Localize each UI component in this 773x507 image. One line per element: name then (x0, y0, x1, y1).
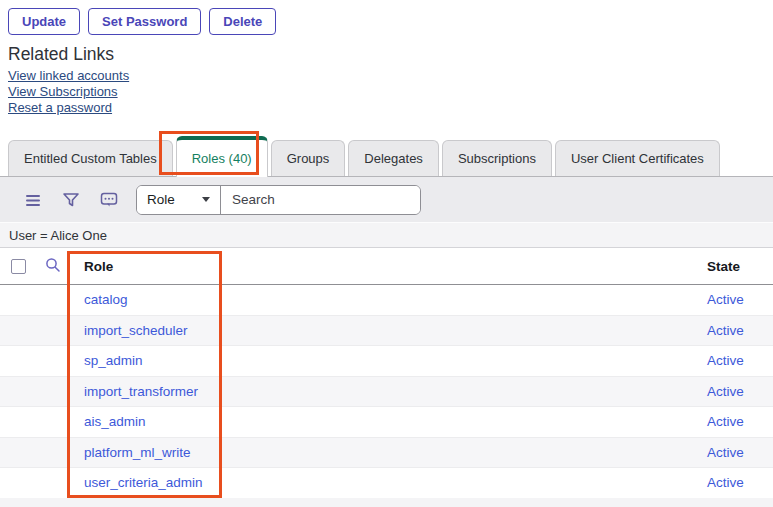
tab-groups[interactable]: Groups (271, 140, 346, 176)
select-all-checkbox[interactable] (11, 259, 26, 274)
table-row: platform_ml_write Active (0, 438, 773, 469)
column-header-role[interactable]: Role (70, 259, 707, 274)
list-toolbar: Role (0, 177, 773, 223)
state-link[interactable]: Active (707, 292, 744, 307)
comments-icon (100, 192, 118, 208)
table-row: user_criteria_admin Active (0, 468, 773, 499)
tab-entitled-custom-tables[interactable]: Entitled Custom Tables (8, 140, 173, 176)
user-record-related-lists-screen: Update Set Password Delete Related Links… (0, 0, 773, 507)
role-link[interactable]: catalog (84, 292, 128, 307)
table-row: import_scheduler Active (0, 316, 773, 347)
filter-button[interactable] (52, 184, 90, 216)
table-header-row: Role State (0, 249, 773, 285)
role-link[interactable]: sp_admin (84, 353, 143, 368)
search-column-select[interactable]: Role (137, 186, 221, 214)
table-row: import_transformer Active (0, 377, 773, 408)
list-search-combo: Role (136, 185, 421, 215)
filter-icon (62, 192, 80, 208)
tab-subscriptions[interactable]: Subscriptions (442, 140, 552, 176)
tab-user-client-certificates[interactable]: User Client Certificates (555, 140, 720, 176)
breadcrumb-row: User = Alice One (0, 223, 773, 248)
delete-button[interactable]: Delete (209, 8, 276, 35)
table-row: sp_admin Active (0, 346, 773, 377)
state-link[interactable]: Active (707, 414, 744, 429)
table-row: catalog Active (0, 285, 773, 316)
table-row: ais_admin Active (0, 407, 773, 438)
role-link[interactable]: user_criteria_admin (84, 475, 203, 490)
list-controls-icon (25, 193, 41, 207)
update-button[interactable]: Update (8, 8, 80, 35)
state-link[interactable]: Active (707, 323, 744, 338)
comments-button[interactable] (90, 184, 128, 216)
column-header-state[interactable]: State (707, 259, 773, 274)
related-lists-tabbar: Entitled Custom Tables Roles (40) Groups… (0, 136, 773, 177)
role-link[interactable]: import_scheduler (84, 323, 188, 338)
set-password-button[interactable]: Set Password (88, 8, 201, 35)
next-row-stripe (0, 498, 773, 507)
state-link[interactable]: Active (707, 475, 744, 490)
list-search-input[interactable] (221, 186, 420, 214)
search-column-value: Role (147, 192, 175, 207)
related-links-list: View linked accounts View Subscriptions … (8, 69, 129, 114)
related-links-title: Related Links (8, 44, 114, 65)
tab-delegates[interactable]: Delegates (348, 140, 439, 176)
tab-roles[interactable]: Roles (40) (176, 136, 268, 177)
breadcrumb[interactable]: User = Alice One (9, 228, 107, 243)
view-subscriptions-link[interactable]: View Subscriptions (8, 85, 129, 98)
role-link[interactable]: platform_ml_write (84, 445, 191, 460)
form-actions: Update Set Password Delete (8, 8, 276, 35)
column-search-toggle[interactable] (36, 257, 70, 276)
search-icon (45, 257, 61, 276)
list-controls-button[interactable] (14, 184, 52, 216)
role-link[interactable]: ais_admin (84, 414, 146, 429)
state-link[interactable]: Active (707, 445, 744, 460)
chevron-down-icon (202, 197, 210, 202)
role-link[interactable]: import_transformer (84, 384, 198, 399)
view-linked-accounts-link[interactable]: View linked accounts (8, 69, 129, 82)
reset-a-password-link[interactable]: Reset a password (8, 101, 129, 114)
roles-table: Role State catalog Active import_schedul… (0, 249, 773, 499)
state-link[interactable]: Active (707, 384, 744, 399)
state-link[interactable]: Active (707, 353, 744, 368)
